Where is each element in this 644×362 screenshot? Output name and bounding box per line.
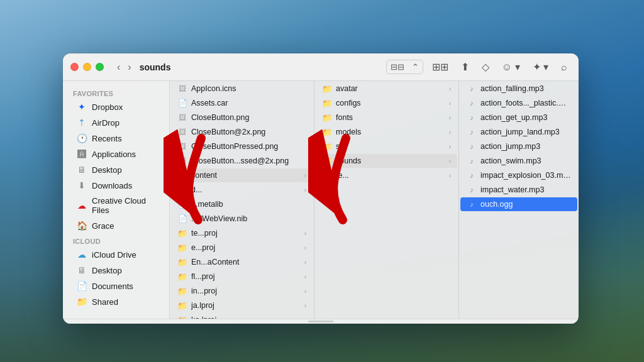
- columns-view-button[interactable]: ⊟⊟: [387, 60, 408, 74]
- audio-icon: ♪: [467, 156, 477, 166]
- audio-icon: ♪: [467, 170, 477, 180]
- tag-button[interactable]: ◇: [478, 60, 493, 75]
- file-name: action_swim.mp3: [480, 156, 571, 165]
- sidebar-item-recents[interactable]: 🕐 Recents: [67, 131, 165, 146]
- list-item-get-up[interactable]: ♪ action_get_up.mp3: [460, 111, 577, 124]
- columns-adjust-button[interactable]: ⌃: [408, 60, 423, 74]
- folder-icon: 📁: [177, 272, 187, 282]
- sidebar-item-shared[interactable]: 📁 Shared: [67, 294, 165, 309]
- folder-icon: 📁: [177, 300, 187, 310]
- file-name: ...dWebView.nib: [191, 214, 306, 223]
- folder-icon: 📁: [177, 228, 187, 238]
- file-name: fl...proj: [191, 272, 301, 281]
- list-item-te[interactable]: 📁 te... ›: [316, 168, 457, 182]
- list-item-avatar[interactable]: 📁 avatar ›: [316, 82, 457, 96]
- list-item[interactable]: 📄 ...dWebView.nib: [171, 212, 313, 226]
- dropbox-toolbar-button[interactable]: ✦ ▾: [529, 60, 552, 75]
- folder-icon: 📁: [322, 127, 332, 137]
- file-icon: 🖼: [177, 156, 187, 166]
- list-item[interactable]: 📄 Assets.car: [171, 96, 313, 110]
- list-item-ouch[interactable]: ♪ ouch.ogg: [460, 197, 577, 211]
- file-icon: 🖼: [177, 127, 187, 137]
- folder-icon: 📁: [322, 156, 332, 166]
- chevron-icon: ›: [304, 230, 306, 237]
- grid-view-button[interactable]: ⊞⊞: [428, 60, 452, 75]
- chevron-icon: ›: [449, 114, 451, 121]
- forward-button[interactable]: ›: [125, 61, 134, 74]
- list-item-content[interactable]: 📁 content ›: [171, 168, 313, 182]
- file-name: in...proj: [191, 287, 301, 295]
- chevron-icon: ›: [304, 187, 306, 194]
- chevron-icon: ›: [304, 273, 306, 280]
- list-item-jump[interactable]: ♪ action_jump.mp3: [460, 140, 577, 153]
- list-item[interactable]: 📁 te...proj ›: [171, 226, 313, 240]
- sidebar-item-applications[interactable]: 🅰 Applications: [67, 146, 165, 162]
- list-item-foots[interactable]: ♪ action_foots..._plastic.mp3: [460, 96, 577, 110]
- audio-icon: ♪: [467, 127, 477, 137]
- file-name: CloseButton.png: [191, 113, 306, 122]
- list-item[interactable]: 📁 fl...proj ›: [171, 270, 313, 283]
- list-item[interactable]: 🖼 CloseButtonPressed.png: [171, 140, 313, 153]
- list-item-falling[interactable]: ♪ action_falling.mp3: [460, 82, 577, 96]
- list-item-water[interactable]: ♪ impact_water.mp3: [460, 183, 577, 197]
- file-name: CloseButtonPressed.png: [191, 142, 306, 151]
- list-item[interactable]: 🖼 CloseButton.png: [171, 111, 313, 124]
- list-item-jump-land[interactable]: ♪ action_jump_land.mp3: [460, 125, 577, 139]
- file-name: ouch.ogg: [480, 200, 571, 209]
- folder-icon: 📁: [177, 286, 187, 296]
- list-item[interactable]: 📁 En...aContent ›: [171, 255, 313, 269]
- recents-icon: 🕐: [77, 133, 87, 143]
- chevron-icon: ›: [449, 129, 451, 136]
- sidebar-item-grace[interactable]: 🏠 Grace: [67, 218, 165, 233]
- file-name: sky: [336, 142, 445, 151]
- list-item-explosion[interactable]: ♪ impact_explosion_03.mp3: [460, 168, 577, 182]
- audio-icon: ♪: [467, 98, 477, 108]
- folder-icon: 📁: [322, 170, 332, 180]
- file-name: impact_water.mp3: [480, 185, 571, 194]
- window-title: sounds: [140, 62, 171, 72]
- minimize-button[interactable]: [83, 63, 91, 71]
- list-item[interactable]: 🖼 CloseButton@2x.png: [171, 125, 313, 139]
- sidebar-item-documents[interactable]: 📄 Documents: [67, 278, 165, 293]
- list-item[interactable]: 📁 ko.lproj ›: [171, 313, 313, 319]
- maximize-button[interactable]: [96, 63, 104, 71]
- bottom-bar: [63, 319, 579, 324]
- list-item[interactable]: 🖼 CloseButton...ssed@2x.png: [171, 154, 313, 168]
- back-button[interactable]: ‹: [114, 61, 123, 74]
- file-icon: 📄: [177, 214, 187, 224]
- search-button[interactable]: ⌕: [557, 60, 571, 75]
- list-item[interactable]: 📁 d... ›: [171, 183, 313, 197]
- file-columns: 🖼 AppIcon.icns 📄 Assets.car 🖼 CloseButto…: [170, 81, 579, 319]
- dropbox-icon: ✦: [77, 102, 87, 112]
- sidebar-item-icloud-desktop[interactable]: 🖥 Desktop: [67, 263, 165, 278]
- downloads-icon: ⬇: [77, 180, 87, 190]
- folder-icon: 📁: [322, 84, 332, 94]
- list-item-models[interactable]: 📁 models ›: [316, 125, 457, 139]
- file-name: En...aContent: [191, 258, 301, 266]
- action-button[interactable]: ☺ ▾: [498, 60, 524, 75]
- list-item[interactable]: 📄 ...metalib: [171, 197, 313, 211]
- share-button[interactable]: ⬆: [457, 60, 473, 75]
- sidebar-item-airdrop[interactable]: ⇡ AirDrop: [67, 115, 165, 130]
- list-item-sky[interactable]: 📁 sky ›: [316, 140, 457, 153]
- sidebar-item-label: Documents: [92, 282, 133, 291]
- file-name: content: [191, 171, 301, 180]
- close-button[interactable]: [70, 63, 79, 71]
- resize-handle[interactable]: [308, 321, 333, 322]
- sidebar-item-label: AirDrop: [92, 118, 119, 128]
- sidebar-item-desktop[interactable]: 🖥 Desktop: [67, 162, 165, 177]
- list-item-configs[interactable]: 📁 configs ›: [316, 96, 457, 110]
- list-item-fonts[interactable]: 📁 fonts ›: [316, 111, 457, 124]
- sidebar-item-creative-cloud[interactable]: ☁ Creative Cloud Files: [67, 194, 165, 217]
- sidebar-item-downloads[interactable]: ⬇ Downloads: [67, 178, 165, 193]
- sidebar-item-icloud-drive[interactable]: ☁ iCloud Drive: [67, 247, 165, 262]
- list-item[interactable]: 📁 e...proj ›: [171, 241, 313, 255]
- list-item[interactable]: 📁 ja.lproj ›: [171, 299, 313, 312]
- chevron-icon: ›: [304, 288, 306, 295]
- chevron-icon: ›: [304, 259, 306, 266]
- list-item-swim[interactable]: ♪ action_swim.mp3: [460, 154, 577, 168]
- list-item[interactable]: 🖼 AppIcon.icns: [171, 82, 313, 96]
- sidebar-item-dropbox[interactable]: ✦ Dropbox: [67, 99, 165, 114]
- list-item-sounds[interactable]: 📁 sounds ›: [316, 154, 457, 168]
- list-item[interactable]: 📁 in...proj ›: [171, 284, 313, 298]
